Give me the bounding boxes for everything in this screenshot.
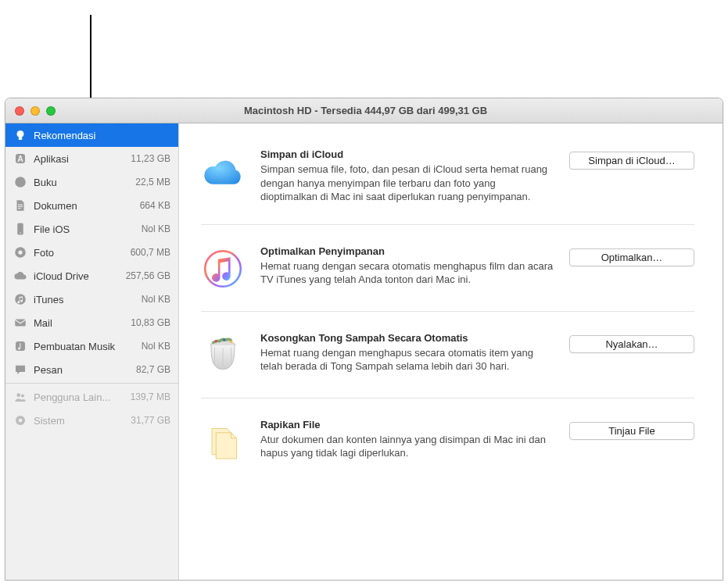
svg-point-0	[17, 130, 24, 138]
sidebar-item-label: File iOS	[34, 223, 135, 235]
svg-point-11	[18, 250, 22, 254]
cloud-icon	[13, 269, 27, 283]
svg-rect-1	[19, 138, 23, 140]
sidebar-item-size: 22,5 MB	[135, 177, 170, 188]
recommendation-action-button[interactable]: Optimalkan…	[569, 248, 694, 266]
recommendation-row: Rapikan FileAtur dokumen dan konten lain…	[201, 398, 694, 484]
doc-icon	[13, 198, 27, 213]
recommendation-title: Optimalkan Penyimpanan	[260, 245, 554, 257]
sidebar-item-label: Pembuatan Musik	[34, 341, 135, 352]
minimize-window-button[interactable]	[30, 106, 40, 116]
recommendation-action-button[interactable]: Tinjau File	[569, 422, 694, 440]
recommendation-text: Rapikan FileAtur dokumen dan konten lain…	[260, 419, 554, 460]
sidebar-item-pengguna-lain[interactable]: Pengguna Lain...139,7 MB	[5, 385, 178, 409]
svg-point-23	[215, 340, 218, 343]
svg-point-21	[205, 251, 241, 287]
phone-icon	[13, 222, 27, 236]
sidebar-item-pembuatan-musik[interactable]: Pembuatan MusikNol KB	[5, 334, 178, 358]
sidebar-item-label: iTunes	[34, 294, 135, 306]
sidebar-item-size: 664 KB	[140, 200, 170, 211]
recommendation-title: Kosongkan Tong Sampah Secara Otomatis	[260, 332, 554, 344]
sidebar-item-label: Dokumen	[34, 200, 134, 212]
recommendation-row: Kosongkan Tong Sampah Secara OtomatisHem…	[201, 312, 694, 398]
zoom-window-button[interactable]	[46, 106, 56, 116]
sidebar-item-size: Nol KB	[142, 341, 170, 352]
svg-point-20	[19, 419, 23, 423]
sidebar-item-size: 10,83 GB	[131, 317, 170, 328]
svg-text:A: A	[17, 154, 23, 163]
sidebar-item-size: 31,77 GB	[131, 415, 170, 426]
sidebar-item-label: Pengguna Lain...	[34, 391, 124, 403]
svg-point-25	[230, 340, 233, 343]
svg-rect-6	[18, 206, 23, 207]
sidebar-item-icloud-drive[interactable]: iCloud Drive257,56 GB	[5, 264, 178, 288]
sidebar-item-label: Aplikasi	[34, 153, 124, 165]
sidebar-item-size: 600,7 MB	[131, 247, 170, 258]
window-title: Macintosh HD - Tersedia 444,97 GB dari 4…	[56, 105, 723, 116]
sidebar-item-sistem[interactable]: Sistem31,77 GB	[5, 409, 178, 432]
svg-point-18	[21, 395, 24, 398]
mail-icon	[13, 316, 27, 330]
recommendation-text: Simpan di iCloudSimpan semua file, foto,…	[260, 148, 554, 204]
sidebar-item-aplikasi[interactable]: AAplikasi11,23 GB	[5, 147, 178, 170]
svg-point-24	[223, 338, 226, 341]
recommendation-title: Simpan di iCloud	[260, 148, 554, 160]
sidebar-item-label: iCloud Drive	[34, 270, 120, 282]
svg-rect-5	[18, 205, 23, 205]
sidebar-item-rekomendasi[interactable]: Rekomendasi	[5, 123, 178, 147]
recommendation-action-button[interactable]: Simpan di iCloud…	[569, 152, 694, 170]
recommendations-pane: Simpan di iCloudSimpan semua file, foto,…	[179, 123, 723, 580]
music-icon	[13, 339, 27, 353]
sidebar-divider	[5, 383, 178, 384]
photo-icon	[13, 245, 27, 259]
sidebar-item-size: 257,56 GB	[126, 270, 170, 281]
svg-point-9	[20, 233, 21, 234]
recommendation-text: Kosongkan Tong Sampah Secara OtomatisHem…	[260, 332, 554, 373]
files-icon	[201, 420, 245, 464]
recommendation-row: Optimalkan PenyimpananHemat ruang dengan…	[201, 225, 694, 312]
svg-rect-7	[18, 208, 21, 209]
lightbulb-icon	[13, 128, 27, 142]
sidebar-item-size: 11,23 GB	[131, 153, 170, 164]
svg-point-12	[15, 294, 26, 305]
sidebar-item-mail[interactable]: Mail10,83 GB	[5, 311, 178, 334]
sidebar-item-size: Nol KB	[142, 223, 170, 234]
close-window-button[interactable]	[15, 106, 24, 116]
sidebar-item-label: Sistem	[34, 415, 124, 427]
sidebar-item-label: Pesan	[34, 364, 130, 376]
trash-icon	[201, 334, 245, 377]
recommendation-description: Hemat ruang dengan secara otomatis mengh…	[260, 259, 554, 287]
gear-icon	[13, 413, 27, 427]
recommendation-description: Atur dokumen dan konten lainnya yang dis…	[260, 433, 554, 460]
storage-management-window: Macintosh HD - Tersedia 444,97 GB dari 4…	[5, 98, 723, 581]
titlebar: Macintosh HD - Tersedia 444,97 GB dari 4…	[5, 98, 723, 123]
sidebar-item-buku[interactable]: Buku22,5 MB	[5, 170, 178, 194]
svg-point-4	[15, 177, 26, 188]
sidebar-item-size: 139,7 MB	[131, 391, 170, 402]
chat-icon	[13, 363, 27, 377]
users-icon	[13, 390, 27, 404]
sidebar-item-size: Nol KB	[142, 294, 170, 305]
svg-rect-13	[15, 320, 26, 327]
app-icon: A	[13, 152, 27, 166]
window-controls	[5, 106, 56, 116]
recommendation-row: Simpan di iCloudSimpan semua file, foto,…	[201, 145, 694, 225]
recommendation-title: Rapikan File	[260, 419, 554, 431]
svg-rect-16	[20, 343, 20, 348]
sidebar-item-dokumen[interactable]: Dokumen664 KB	[5, 194, 178, 217]
sidebar-item-pesan[interactable]: Pesan82,7 GB	[5, 358, 178, 381]
sidebar-item-foto[interactable]: Foto600,7 MB	[5, 241, 178, 264]
recommendation-action-button[interactable]: Nyalakan…	[569, 335, 694, 353]
sidebar-item-itunes[interactable]: iTunesNol KB	[5, 288, 178, 311]
recommendation-text: Optimalkan PenyimpananHemat ruang dengan…	[260, 245, 554, 287]
sidebar-item-file-ios[interactable]: File iOSNol KB	[5, 217, 178, 241]
sidebar-item-size: 82,7 GB	[136, 364, 170, 375]
svg-point-17	[16, 393, 20, 397]
sidebar-item-label: Foto	[34, 247, 124, 259]
sidebar-item-label: Rekomendasi	[34, 130, 164, 141]
book-icon	[13, 175, 27, 189]
sidebar: RekomendasiAAplikasi11,23 GBBuku22,5 MBD…	[5, 123, 179, 580]
recommendation-description: Simpan semua file, foto, dan pesan di iC…	[260, 163, 554, 204]
icloud-icon	[201, 150, 245, 194]
itunes-icon	[13, 292, 27, 306]
